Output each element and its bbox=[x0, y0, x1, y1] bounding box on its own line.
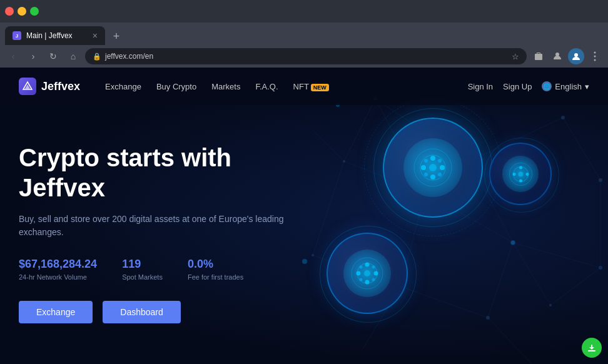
exchange-button[interactable]: Exchange bbox=[19, 301, 93, 323]
new-tab-button[interactable]: + bbox=[108, 28, 125, 45]
stat-fee-value: 0.0% bbox=[188, 258, 243, 271]
hero-buttons: Exchange Dashboard bbox=[19, 301, 589, 323]
tab-title: Main | Jeffvex bbox=[26, 31, 73, 40]
stat-spot-markets: 119 Spot Markets bbox=[122, 258, 163, 281]
language-label: English bbox=[555, 82, 582, 91]
logo-icon bbox=[19, 78, 36, 95]
tab-bar: J Main | Jeffvex × + bbox=[0, 23, 608, 45]
minimize-window-button[interactable] bbox=[18, 7, 26, 16]
svg-point-2 bbox=[594, 52, 596, 54]
hero-subtitle: Buy, sell and store over 200 digital ass… bbox=[19, 213, 307, 239]
stat-fee-label: Fee for first trades bbox=[188, 273, 243, 281]
sign-up-button[interactable]: Sign Up bbox=[503, 82, 532, 91]
maximize-window-button[interactable] bbox=[30, 7, 39, 16]
nav-link-markets[interactable]: Markets bbox=[211, 82, 240, 91]
hero-content: Crypto starts with Jeffvex Buy, sell and… bbox=[0, 105, 608, 323]
language-selector[interactable]: 🌐 English ▾ bbox=[542, 81, 589, 91]
back-button[interactable]: ‹ bbox=[5, 48, 21, 64]
nav-link-faq[interactable]: F.A.Q. bbox=[255, 82, 278, 91]
window-controls bbox=[5, 7, 39, 16]
hero-title: Crypto starts with Jeffvex bbox=[19, 143, 319, 203]
nav-link-exchange[interactable]: Exchange bbox=[105, 82, 141, 91]
logo-text: Jeffvex bbox=[41, 80, 80, 93]
tab-close-button[interactable]: × bbox=[93, 31, 98, 40]
lock-icon: 🔒 bbox=[93, 53, 101, 61]
site-nav-links: Exchange Buy Crypto Markets F.A.Q. NFTNE… bbox=[105, 82, 468, 91]
website-content: Jeffvex Exchange Buy Crypto Markets F.A.… bbox=[0, 68, 608, 364]
globe-icon: 🌐 bbox=[542, 81, 552, 91]
stat-fee: 0.0% Fee for first trades bbox=[188, 258, 243, 281]
account-icon[interactable] bbox=[549, 48, 565, 64]
tab-favicon: J bbox=[13, 31, 21, 40]
svg-point-1 bbox=[574, 53, 578, 57]
site-navbar: Jeffvex Exchange Buy Crypto Markets F.A.… bbox=[0, 68, 608, 105]
svg-point-3 bbox=[594, 56, 596, 58]
sign-in-button[interactable]: Sign In bbox=[468, 82, 493, 91]
active-tab[interactable]: J Main | Jeffvex × bbox=[5, 26, 105, 45]
more-menu-button[interactable] bbox=[587, 48, 603, 64]
nft-badge: NEW bbox=[311, 84, 329, 91]
extensions-button[interactable] bbox=[530, 48, 547, 64]
browser-chrome: J Main | Jeffvex × + ‹ › ↻ ⌂ 🔒 jeffvex.c… bbox=[0, 0, 608, 68]
stat-volume-value: $67,168,284.24 bbox=[19, 258, 97, 271]
toolbar-right bbox=[530, 48, 603, 64]
url-text: jeffvex.com/en bbox=[105, 52, 153, 61]
address-icons: ☆ bbox=[512, 52, 519, 61]
stat-network-volume: $67,168,284.24 24-hr Network Volume bbox=[19, 258, 97, 281]
address-bar[interactable]: 🔒 jeffvex.com/en ☆ bbox=[85, 48, 527, 64]
bookmark-icon[interactable]: ☆ bbox=[512, 52, 519, 61]
refresh-button[interactable]: ↻ bbox=[45, 48, 61, 64]
browser-addressbar: ‹ › ↻ ⌂ 🔒 jeffvex.com/en ☆ bbox=[0, 45, 608, 68]
browser-titlebar bbox=[0, 0, 608, 23]
nav-link-buy-crypto[interactable]: Buy Crypto bbox=[156, 82, 196, 91]
chevron-down-icon: ▾ bbox=[585, 82, 589, 91]
site-logo[interactable]: Jeffvex bbox=[19, 78, 80, 95]
nav-link-nft[interactable]: NFTNEW bbox=[293, 82, 329, 91]
download-badge[interactable] bbox=[582, 338, 602, 358]
hero-stats: $67,168,284.24 24-hr Network Volume 119 … bbox=[19, 258, 589, 281]
profile-button[interactable] bbox=[568, 48, 584, 64]
svg-rect-74 bbox=[588, 350, 595, 351]
stat-volume-label: 24-hr Network Volume bbox=[19, 273, 97, 281]
stat-markets-value: 119 bbox=[122, 258, 163, 271]
home-button[interactable]: ⌂ bbox=[65, 48, 81, 64]
forward-button[interactable]: › bbox=[25, 48, 41, 64]
stat-markets-label: Spot Markets bbox=[122, 273, 163, 281]
dashboard-button[interactable]: Dashboard bbox=[103, 301, 181, 323]
site-nav-right: Sign In Sign Up 🌐 English ▾ bbox=[468, 81, 589, 91]
close-window-button[interactable] bbox=[5, 7, 14, 16]
svg-point-4 bbox=[594, 59, 596, 61]
